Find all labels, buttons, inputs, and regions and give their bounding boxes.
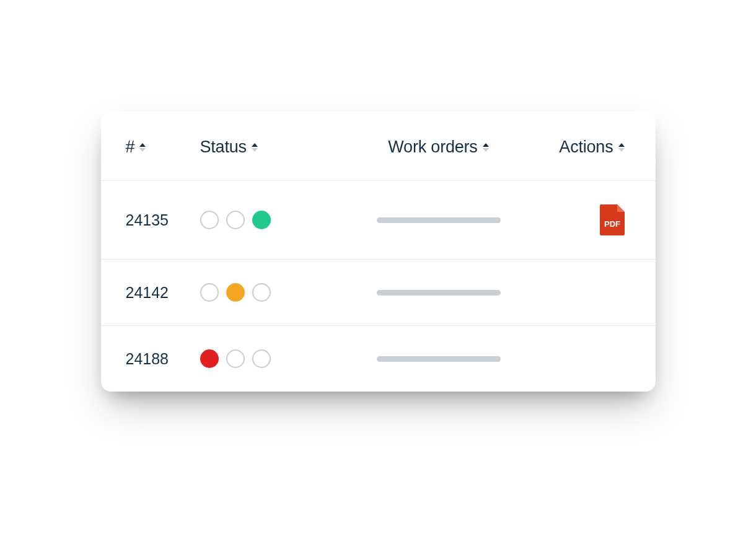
column-header-number[interactable]: # <box>126 138 146 157</box>
status-dot-empty <box>200 211 219 229</box>
column-header-actions-label: Actions <box>559 138 613 157</box>
table-row[interactable]: 24142 <box>101 260 656 326</box>
column-header-number-label: # <box>126 138 135 157</box>
status-dot-empty <box>252 283 271 302</box>
sort-icon <box>139 143 146 152</box>
status-dot-empty <box>200 283 219 302</box>
status-indicator <box>200 283 271 302</box>
sort-icon <box>252 143 258 152</box>
column-header-actions[interactable]: Actions <box>559 138 624 157</box>
work-orders-table: # Status Work orders <box>101 112 656 392</box>
column-header-status-label: Status <box>200 138 247 157</box>
status-dot-empty <box>226 349 245 368</box>
pdf-icon[interactable]: PDF <box>600 204 625 235</box>
row-id: 24142 <box>126 284 169 302</box>
row-id: 24188 <box>126 350 169 368</box>
status-indicator <box>200 349 271 368</box>
column-header-work-orders[interactable]: Work orders <box>388 138 488 157</box>
table-header-row: # Status Work orders <box>101 112 656 181</box>
status-dot-empty <box>226 211 245 229</box>
sort-icon <box>483 143 489 152</box>
column-header-work-orders-label: Work orders <box>388 138 477 157</box>
column-header-status[interactable]: Status <box>200 138 258 157</box>
work-order-placeholder-bar <box>377 217 501 223</box>
status-dot-empty <box>252 349 271 368</box>
status-dot-active <box>200 349 219 368</box>
table-row[interactable]: 24135 PDF <box>101 181 656 260</box>
sort-icon <box>618 143 625 152</box>
svg-text:PDF: PDF <box>604 219 620 229</box>
table-row[interactable]: 24188 <box>101 326 656 392</box>
work-order-placeholder-bar <box>377 356 501 362</box>
status-dot-active <box>252 211 271 229</box>
row-id: 24135 <box>126 211 169 229</box>
work-order-placeholder-bar <box>377 290 501 296</box>
status-indicator <box>200 211 271 229</box>
status-dot-active <box>226 283 245 302</box>
